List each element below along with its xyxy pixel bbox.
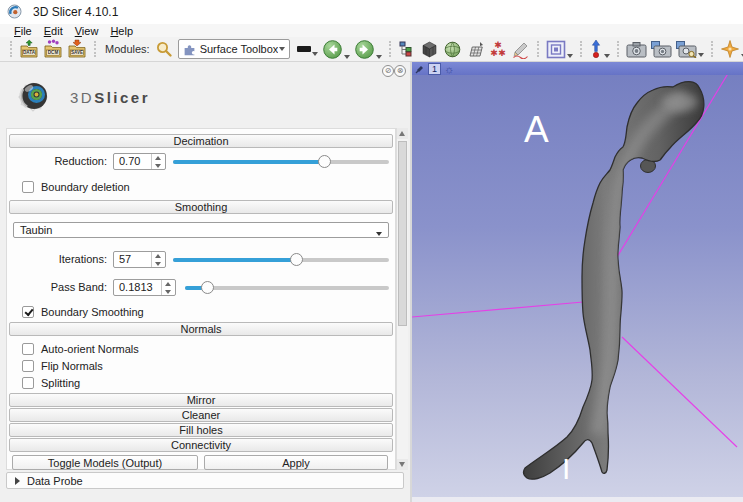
slider-handle[interactable] — [318, 155, 331, 168]
scene-view-restore-button[interactable] — [676, 41, 704, 58]
spin-up-button[interactable] — [152, 154, 165, 162]
reduction-spinbox[interactable]: 0.70 — [113, 153, 166, 170]
boundary-deletion-checkbox[interactable] — [22, 181, 34, 193]
module-selector[interactable]: Surface Toolbox — [178, 39, 291, 59]
section-smoothing[interactable]: Smoothing — [9, 200, 393, 214]
section-fill-holes[interactable]: Fill holes — [9, 423, 393, 437]
iterations-spinbox[interactable]: 57 — [113, 251, 166, 268]
scroll-thumb[interactable] — [398, 141, 407, 326]
app-icon — [7, 4, 22, 19]
module-search-icon — [155, 40, 173, 58]
volume-rendering-button[interactable] — [420, 40, 439, 59]
spin-down-button[interactable] — [162, 288, 175, 296]
toolbar-grip — [10, 41, 12, 57]
window-bottom-edge — [412, 497, 743, 502]
toolbar-grip — [617, 41, 619, 57]
module-search-button[interactable] — [155, 40, 173, 58]
spin-down-button[interactable] — [152, 162, 165, 170]
passband-slider[interactable] — [185, 279, 389, 296]
module-history-back-button[interactable] — [322, 39, 350, 60]
flip-normals-row[interactable]: Flip Normals — [15, 359, 103, 373]
toolbar-grip — [711, 41, 713, 57]
smoothing-method-combo[interactable]: Taubin — [13, 222, 389, 238]
chevron-down-icon — [344, 55, 350, 59]
extensions-star-icon — [720, 39, 740, 59]
module-selected-label: Surface Toolbox — [200, 43, 279, 55]
section-normals[interactable]: Normals — [9, 322, 393, 336]
spin-down-button[interactable] — [152, 260, 165, 268]
screenshot-button[interactable] — [626, 41, 647, 58]
boundary-smoothing-checkbox[interactable] — [22, 306, 34, 318]
splitting-checkbox[interactable] — [22, 377, 34, 389]
auto-orient-normals-row[interactable]: Auto-orient Normals — [15, 342, 139, 356]
threed-viewport[interactable]: 1 — [412, 62, 743, 497]
save-button[interactable]: SAVE — [67, 39, 87, 59]
markups-icon: ✱ ✱ ✱ — [489, 40, 507, 58]
data-probe-header[interactable]: Data Probe — [6, 472, 404, 489]
apply-button[interactable]: Apply — [204, 455, 388, 470]
extensions-star-button[interactable] — [720, 39, 743, 59]
history-back-icon — [322, 39, 343, 60]
splitting-row[interactable]: Splitting — [15, 376, 80, 390]
module-panel: 3DSlicer Decimation Reduction: 0.70 B — [0, 62, 410, 502]
history-forward-icon — [354, 39, 375, 60]
boundary-deletion-checkbox-row[interactable]: Boundary deletion — [15, 180, 130, 194]
boundary-smoothing-checkbox-row[interactable]: Boundary Smoothing — [15, 305, 144, 319]
panel-close-button[interactable] — [394, 65, 406, 77]
modules-label: Modules: — [105, 43, 150, 55]
module-panel-toggle-icon — [297, 46, 311, 52]
transforms-button[interactable] — [466, 40, 485, 59]
section-connectivity[interactable]: Connectivity — [9, 438, 393, 452]
layout-selector-icon — [546, 40, 566, 59]
slider-handle[interactable] — [290, 253, 303, 266]
scroll-up-button[interactable] — [397, 128, 408, 139]
reduction-value: 0.70 — [114, 154, 151, 169]
spin-up-button[interactable] — [162, 280, 175, 288]
auto-orient-normals-checkbox[interactable] — [22, 343, 34, 355]
orientation-marker-anterior: A — [524, 109, 549, 151]
module-panel-toggle-button[interactable] — [295, 41, 318, 57]
chevron-down-icon — [604, 54, 610, 58]
dicom-button[interactable]: DCM — [43, 39, 63, 59]
scene-view-capture-button[interactable] — [651, 41, 672, 58]
models-button[interactable] — [443, 40, 462, 59]
subject-hierarchy-button[interactable] — [398, 40, 416, 58]
section-cleaner[interactable]: Cleaner — [9, 408, 393, 422]
menu-view[interactable]: View — [69, 25, 105, 37]
slider-handle[interactable] — [201, 281, 214, 294]
section-decimation[interactable]: Decimation — [9, 134, 393, 148]
logo-slicer: Slicer — [94, 89, 150, 106]
load-data-button[interactable]: DATA — [19, 39, 39, 59]
menu-file[interactable]: File — [8, 25, 38, 37]
passband-label: Pass Band: — [7, 279, 107, 296]
load-data-icon: DATA — [19, 39, 39, 59]
spin-up-button[interactable] — [152, 252, 165, 260]
view-settings-icon[interactable] — [444, 64, 454, 74]
chevron-down-icon — [698, 53, 704, 57]
save-icon: SAVE — [67, 39, 87, 59]
scroll-down-button[interactable] — [397, 459, 408, 470]
slider-track[interactable] — [185, 286, 389, 290]
annotations-button[interactable] — [511, 40, 530, 59]
passband-value: 0.1813 — [114, 280, 161, 295]
slicer-logo-icon — [10, 74, 56, 120]
menu-help[interactable]: Help — [104, 25, 139, 37]
flip-normals-checkbox[interactable] — [22, 360, 34, 372]
surface-model — [524, 82, 704, 480]
passband-spinbox[interactable]: 0.1813 — [113, 279, 176, 296]
iterations-slider[interactable] — [173, 251, 389, 268]
chevron-down-icon — [376, 232, 382, 236]
markups-button[interactable]: ✱ ✱ ✱ — [489, 40, 507, 58]
crosshair-button[interactable] — [589, 39, 610, 59]
toggle-models-button[interactable]: Toggle Models (Output) — [12, 455, 198, 470]
module-history-forward-button[interactable] — [354, 39, 382, 60]
reduction-row: Reduction: 0.70 — [7, 153, 395, 171]
menu-edit[interactable]: Edit — [38, 25, 69, 37]
panel-scrollbar[interactable] — [396, 128, 408, 470]
pin-icon[interactable] — [415, 64, 425, 74]
reduction-slider[interactable] — [173, 153, 389, 170]
section-mirror[interactable]: Mirror — [9, 393, 393, 407]
panel-undock-button[interactable] — [382, 65, 394, 77]
svg-text:SAVE: SAVE — [71, 50, 83, 55]
layout-selector-button[interactable] — [546, 40, 573, 59]
